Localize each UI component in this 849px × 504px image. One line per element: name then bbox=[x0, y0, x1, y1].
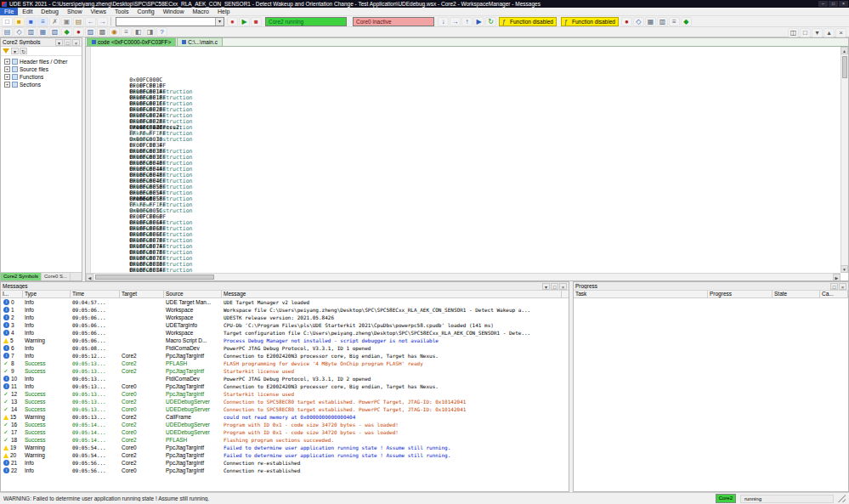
symbol-search-combo[interactable] bbox=[116, 17, 224, 26]
message-row[interactable]: 10 Info 09:05:13... FtdiComaDev PowerPC … bbox=[1, 375, 569, 382]
panel-float-icon[interactable]: □ bbox=[551, 283, 558, 290]
symbols-tab[interactable]: Core0 S... bbox=[42, 273, 71, 280]
tree-item[interactable]: Functions bbox=[1, 73, 82, 81]
redo-icon[interactable]: → bbox=[97, 17, 108, 26]
show-memory-icon[interactable]: ▤ bbox=[2, 27, 13, 37]
symbols-tab[interactable]: Core2 Symbols bbox=[1, 273, 42, 280]
menu-item[interactable]: Views bbox=[87, 8, 111, 15]
save-all-icon[interactable]: ≡ bbox=[37, 17, 48, 26]
macro-tool-icon[interactable]: ≡ bbox=[121, 27, 132, 37]
column-header[interactable]: Source bbox=[164, 291, 222, 297]
code-line[interactable]: 0x00FC002C FF FF FF FF Unknown Instructi… bbox=[96, 113, 840, 119]
message-row[interactable]: 9 Success 09:05:13... Core2 PpcJtagTargI… bbox=[1, 367, 569, 375]
column-header[interactable]: Task bbox=[574, 291, 708, 297]
message-row[interactable]: 17 Success 09:05:14... Core0 UDEDebugSer… bbox=[1, 428, 569, 436]
show-breakpoints-icon[interactable]: ● bbox=[73, 27, 84, 37]
code-line[interactable]: 0x00FC0040 FF FF FF FF Unknown Instructi… bbox=[96, 149, 840, 155]
show-trace-icon[interactable]: ▩ bbox=[97, 27, 108, 37]
breakpoints-icon[interactable]: ● bbox=[621, 17, 632, 26]
message-row[interactable]: 22 Info 09:05:56... Core0 PpcJtagTargInt… bbox=[1, 467, 569, 474]
code-tab[interactable]: C:\...\main.c bbox=[177, 37, 223, 46]
copy-icon[interactable]: ▣ bbox=[61, 17, 72, 26]
code-tab[interactable]: code <0xFC0000-0xFC03FF> bbox=[87, 37, 176, 46]
cascade-windows-icon[interactable]: ◧ bbox=[133, 27, 144, 37]
close-panel-icon[interactable]: × bbox=[835, 28, 846, 37]
disassembly-icon[interactable]: ≡ bbox=[669, 17, 680, 26]
menu-item[interactable]: Show bbox=[63, 8, 87, 15]
registers-icon[interactable]: ▥ bbox=[657, 17, 668, 26]
show-callstack-icon[interactable]: ▧ bbox=[49, 27, 60, 37]
code-line[interactable]: 0x00FC0080 FF FF FF FF Unknown Instructi… bbox=[96, 250, 840, 256]
code-horizontal-scrollbar[interactable] bbox=[86, 273, 841, 280]
message-row[interactable]: 1 Info 09:05:06... Workspace Workspace f… bbox=[1, 306, 569, 314]
function-disabled-button-1[interactable]: Function disabled bbox=[499, 17, 557, 26]
halt-icon[interactable]: ■ bbox=[251, 17, 262, 26]
show-watch-icon[interactable]: ◇ bbox=[14, 27, 25, 37]
show-locals-icon[interactable]: ▥ bbox=[25, 27, 37, 37]
code-line[interactable]: 0x00FC0078 FF FF FF FF Unknown Instructi… bbox=[96, 238, 840, 244]
menu-item[interactable]: Config bbox=[133, 8, 158, 15]
tile-windows-icon[interactable]: ◨ bbox=[144, 27, 156, 37]
code-line[interactable]: 0x00FC0020 FF FF FF FF Unknown Instructi… bbox=[96, 95, 840, 101]
menu-item[interactable]: Tools bbox=[110, 8, 133, 15]
message-row[interactable]: 13 Success 09:05:13... Core2 UDEDebugSer… bbox=[1, 398, 569, 405]
code-line[interactable]: 0x00FC0030 FF FF FF FF Unknown Instructi… bbox=[96, 125, 840, 131]
code-vertical-scrollbar[interactable] bbox=[841, 47, 848, 273]
message-row[interactable]: 2 Info 09:05:06... Workspace UDESTK rele… bbox=[1, 314, 569, 321]
menu-item[interactable]: Debug bbox=[37, 8, 63, 15]
resize-grip-icon[interactable] bbox=[838, 495, 846, 502]
open-workspace-icon[interactable]: ■ bbox=[14, 17, 25, 26]
message-row[interactable]: 16 Success 09:05:14... Core2 UDEDebugSer… bbox=[1, 421, 569, 428]
message-row[interactable]: 5 Warning 09:05:06... Macro Script D... … bbox=[1, 337, 569, 344]
scrollbar-thumb[interactable] bbox=[842, 56, 847, 78]
code-line[interactable]: 0x00FC0024 FF FF FF FF Unknown Instructi… bbox=[96, 101, 840, 107]
column-header[interactable]: State bbox=[773, 291, 820, 297]
step-into-icon[interactable]: ↓ bbox=[438, 17, 449, 26]
code-line[interactable]: 0x00FC0068 FF FF FF FF Unknown Instructi… bbox=[96, 214, 840, 220]
code-line[interactable]: 0x00FC0038 FF FF FF FF Unknown Instructi… bbox=[96, 137, 840, 143]
code-line[interactable]: _reset_address2: bbox=[96, 119, 840, 125]
refresh-symbols-icon[interactable]: ↻ bbox=[20, 48, 27, 54]
pin-panel-icon[interactable]: ▾ bbox=[812, 28, 823, 37]
code-line[interactable]: 0x00FC006C FF FF FF FF Unknown Instructi… bbox=[96, 220, 840, 226]
message-row[interactable]: 19 Warning 09:05:54... Core0 PpcJtagTarg… bbox=[1, 444, 569, 451]
restart-icon[interactable]: ↻ bbox=[485, 17, 496, 26]
code-line[interactable]: 0x00FC0010 FF FF FF FF Unknown Instructi… bbox=[96, 71, 840, 77]
expand-panel-icon[interactable]: ▴ bbox=[824, 28, 835, 37]
code-line[interactable]: 0x00FC007C FF FF FF FF Unknown Instructi… bbox=[96, 244, 840, 250]
panel-float-icon[interactable]: □ bbox=[64, 39, 71, 46]
code-line[interactable]: 0x00FC0054 FF FF FF FF Unknown Instructi… bbox=[96, 178, 840, 184]
message-row[interactable]: 0 Info 09:04:57... UDE Target Man... UDE… bbox=[1, 298, 569, 306]
column-header[interactable]: Type bbox=[23, 291, 71, 297]
code-line[interactable]: 0x00FC001C FF FF FF FF Unknown Instructi… bbox=[96, 89, 840, 95]
float-panel-icon[interactable]: □ bbox=[800, 28, 811, 37]
menu-item[interactable]: Window bbox=[159, 8, 189, 15]
scroll-right-icon[interactable] bbox=[833, 274, 841, 280]
code-line[interactable]: 0x00FC004C FF FF FF FF Unknown Instructi… bbox=[96, 167, 840, 173]
tree-item[interactable]: Sections bbox=[1, 81, 82, 88]
symbols-icon[interactable]: ◆ bbox=[681, 17, 692, 26]
scroll-down-icon[interactable] bbox=[841, 265, 848, 273]
column-header[interactable]: Progress bbox=[708, 291, 773, 297]
code-line[interactable]: 0x00FC0050 FF FF FF FF Unknown Instructi… bbox=[96, 173, 840, 178]
code-line[interactable]: 0x00FC0074 FF FF FF FF Unknown Instructi… bbox=[96, 232, 840, 238]
minimize-button[interactable]: – bbox=[818, 1, 828, 7]
panel-float-icon[interactable]: □ bbox=[830, 283, 838, 290]
code-line[interactable]: 0x00FC0058 FF FF FF FF Unknown Instructi… bbox=[96, 184, 840, 190]
flash-tool-icon[interactable]: ◉ bbox=[109, 27, 120, 37]
scroll-left-icon[interactable] bbox=[86, 274, 93, 280]
panel-close-icon[interactable]: × bbox=[559, 283, 567, 290]
message-row[interactable]: 4 Info 09:05:06... Workspace Target conf… bbox=[1, 329, 569, 337]
code-line[interactable]: 0x00FC0060 FF FF FF FF Unknown Instructi… bbox=[96, 202, 840, 208]
menu-item[interactable]: File bbox=[0, 8, 18, 15]
dock-panel-icon[interactable]: ◫ bbox=[788, 28, 799, 37]
tree-expander-icon[interactable] bbox=[4, 82, 10, 88]
code-line[interactable]: 0x00FC0088 FF FF FF FF Unknown Instructi… bbox=[96, 262, 840, 268]
message-row[interactable]: 12 Success 09:05:13... Core0 PpcJtagTarg… bbox=[1, 390, 569, 398]
show-messages-icon[interactable]: ▨ bbox=[85, 27, 96, 37]
code-line[interactable]: 0x00FC0084 FF FF FF FF Unknown Instructi… bbox=[96, 256, 840, 262]
combo-dropdown-icon[interactable] bbox=[215, 18, 224, 25]
tree-expander-icon[interactable] bbox=[4, 74, 10, 80]
code-line[interactable]: 0x00FC000C FF FF FF FF Unknown Instructi… bbox=[96, 65, 840, 71]
message-row[interactable]: 18 Success 09:05:14... Core2 PFLASH Flas… bbox=[1, 436, 569, 444]
